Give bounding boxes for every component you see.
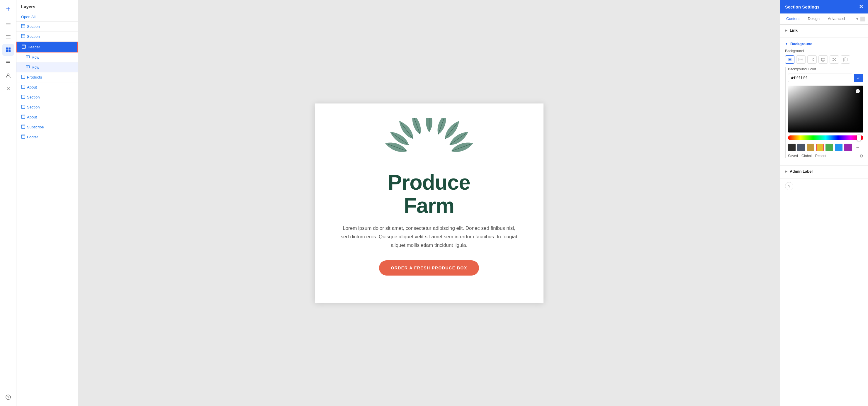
layer-item-header[interactable]: Header <box>17 42 78 53</box>
bg-image-icon[interactable] <box>796 55 806 64</box>
help-icon[interactable]: ? <box>785 182 793 190</box>
layer-item-section3[interactable]: Section <box>17 92 78 102</box>
background-sub-label: Background <box>785 49 863 53</box>
close-panel-button[interactable]: ✕ <box>859 3 863 10</box>
swatch-gold[interactable] <box>807 144 814 151</box>
swatch-settings-icon[interactable]: ⚙ <box>860 154 863 158</box>
layer-label: Section <box>27 95 39 99</box>
layer-item-subscribe[interactable]: Subscribe <box>17 122 78 132</box>
svg-rect-37 <box>22 105 25 108</box>
color-label: Background Color <box>788 67 863 71</box>
svg-rect-31 <box>22 75 25 79</box>
svg-rect-23 <box>22 34 25 38</box>
svg-rect-14 <box>6 63 10 63</box>
svg-rect-25 <box>22 45 26 49</box>
layer-label: About <box>27 115 37 119</box>
layer-item-about2[interactable]: About <box>17 112 78 122</box>
swatch-gray[interactable] <box>797 144 805 151</box>
svg-rect-39 <box>22 115 25 118</box>
shapes-icon[interactable] <box>2 44 14 56</box>
admin-label-section: ▶ Admin Label <box>780 166 868 179</box>
admin-label-header[interactable]: ▶ Admin Label <box>785 169 863 174</box>
users-icon[interactable] <box>2 70 14 82</box>
cta-button[interactable]: ORDER A FRESH PRODUCE BOX <box>379 260 479 276</box>
layer-item-about1[interactable]: About <box>17 82 78 92</box>
close-x-icon[interactable] <box>2 83 14 94</box>
bg-color-icon[interactable] <box>785 55 795 64</box>
layers-icon[interactable] <box>2 18 14 30</box>
layers-title: Layers <box>21 4 35 9</box>
layer-label: Row <box>32 55 39 60</box>
tab-advanced[interactable]: Advanced <box>824 13 848 24</box>
tab-window-icon[interactable]: ⬜ <box>860 17 866 22</box>
svg-rect-2 <box>6 23 10 24</box>
layer-label: Section <box>27 105 39 110</box>
background-section-header[interactable]: ▼ Background <box>785 42 863 46</box>
section-icon <box>21 105 25 110</box>
tab-dropdown-icon[interactable]: ▾ <box>856 17 858 21</box>
swatch-more-icon[interactable] <box>854 144 861 151</box>
layer-label: Section <box>27 34 39 39</box>
svg-rect-10 <box>6 50 8 52</box>
tab-extra: ▾ ⬜ <box>856 17 866 22</box>
section-icon <box>21 85 25 90</box>
color-input-row: ✓ <box>788 73 863 82</box>
help-bottom-icon[interactable]: ? <box>2 391 14 403</box>
bg-slideshow-icon[interactable] <box>818 55 828 64</box>
swatch-tab-global[interactable]: Global <box>802 154 812 158</box>
layers-panel: Layers Open All Section Section Head <box>17 0 78 406</box>
color-hex-field[interactable] <box>788 73 851 82</box>
swatch-blue[interactable] <box>835 144 842 151</box>
tab-design[interactable]: Design <box>804 13 823 24</box>
layer-item-section1[interactable]: Section <box>17 22 78 32</box>
layer-item-section4[interactable]: Section <box>17 102 78 112</box>
svg-rect-15 <box>6 64 10 64</box>
section-icon <box>21 24 25 29</box>
svg-rect-4 <box>6 25 10 25</box>
swatch-tab-recent[interactable]: Recent <box>815 154 826 158</box>
swatch-green[interactable] <box>826 144 833 151</box>
grid-icon[interactable] <box>2 57 14 69</box>
layer-item-section2[interactable]: Section <box>17 32 78 42</box>
layers-header: Layers <box>17 0 78 12</box>
svg-rect-21 <box>22 24 25 28</box>
bg-video-icon[interactable] <box>807 55 817 64</box>
svg-rect-13 <box>6 61 10 62</box>
svg-rect-58 <box>810 58 813 61</box>
hue-handle[interactable] <box>857 134 861 141</box>
layer-label: Header <box>28 45 40 49</box>
layer-label: Products <box>27 75 42 80</box>
color-gradient-picker[interactable] <box>788 86 863 132</box>
add-icon[interactable] <box>2 3 14 15</box>
swatch-tab-saved[interactable]: Saved <box>788 154 798 158</box>
layer-item-row2[interactable]: Row <box>17 62 78 72</box>
link-section-header[interactable]: ▶ Link <box>785 28 863 33</box>
icon-bar: ? <box>0 0 17 406</box>
layer-item-footer[interactable]: Footer <box>17 132 78 142</box>
swatch-dark[interactable] <box>788 144 796 151</box>
svg-rect-35 <box>22 95 25 98</box>
bg-pattern-icon[interactable] <box>830 55 839 64</box>
swatch-yellow[interactable] <box>816 144 824 151</box>
swatch-purple[interactable] <box>844 144 852 151</box>
svg-rect-59 <box>822 58 825 61</box>
svg-rect-12 <box>6 62 10 63</box>
swatch-tabs: Saved Global Recent ⚙ <box>788 154 863 158</box>
svg-point-55 <box>789 59 790 60</box>
layer-item-products[interactable]: Products <box>17 72 78 82</box>
gradient-handle[interactable] <box>856 89 860 93</box>
hue-slider[interactable] <box>788 135 863 140</box>
svg-rect-11 <box>8 50 10 52</box>
tab-content[interactable]: Content <box>783 13 803 24</box>
open-all-button[interactable]: Open All <box>17 12 78 22</box>
layer-label: Row <box>32 65 39 69</box>
svg-rect-9 <box>8 48 10 50</box>
layer-item-row1[interactable]: Row <box>17 53 78 62</box>
color-confirm-button[interactable]: ✓ <box>854 74 863 82</box>
bg-type-icons <box>785 55 863 64</box>
bg-map-icon[interactable] <box>841 55 850 64</box>
svg-rect-63 <box>833 58 834 59</box>
menu-icon[interactable] <box>2 31 14 43</box>
background-arrow-icon: ▼ <box>785 42 788 45</box>
svg-text:?: ? <box>7 396 9 399</box>
